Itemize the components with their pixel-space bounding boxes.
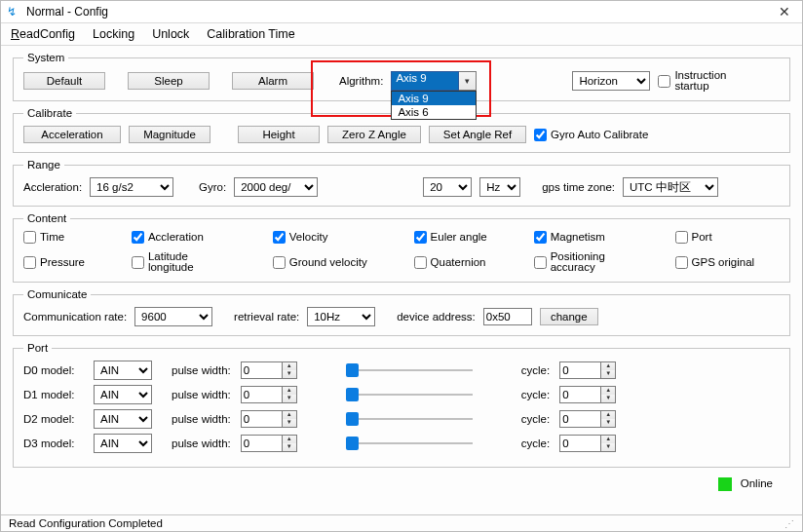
d0-model-select[interactable]: AIN [94, 361, 152, 380]
port-fieldset: Port D0 model:AINpulse width:▲▼cycle:▲▼D… [13, 342, 790, 468]
content-checkbox-ground-velocity[interactable]: Ground velocity [273, 256, 393, 269]
pulse-slider[interactable] [346, 362, 473, 378]
communication-rate-label: Communication rate: [23, 311, 127, 323]
gyro-select[interactable]: 2000 deg/ [234, 177, 318, 197]
pulse-slider[interactable] [346, 411, 473, 427]
retrieval-rate-label: retrieval rate: [234, 311, 299, 323]
rate-unit-select[interactable]: Hz [479, 177, 520, 197]
content-checkbox-euler-angle[interactable]: Euler angle [414, 231, 513, 244]
magnitude-button[interactable]: Magnitude [129, 126, 210, 143]
device-address-input[interactable] [483, 308, 532, 325]
acceleration-button[interactable]: Acceleration [23, 126, 121, 143]
content-checkbox-positioning-accuracy[interactable]: Positioning accuracy [534, 251, 654, 273]
menu-unlock[interactable]: Unlock [152, 27, 189, 41]
rate-value-select[interactable]: 20 [423, 177, 472, 197]
change-button[interactable]: change [540, 308, 598, 325]
d1-model-select[interactable]: AIN [94, 385, 152, 404]
spinner-down-icon[interactable]: ▼ [283, 419, 296, 427]
alarm-button[interactable]: Alarm [232, 72, 314, 90]
d2-model-select[interactable]: AIN [94, 409, 152, 429]
pulse-width-label: pulse width: [172, 364, 231, 376]
port-legend: Port [23, 342, 52, 354]
spinner-down-icon[interactable]: ▼ [283, 443, 296, 451]
content-checkbox-pressure[interactable]: Pressure [23, 256, 110, 269]
spinner-down-icon[interactable]: ▼ [601, 443, 615, 451]
online-status-row: Online [13, 474, 790, 495]
instruction-startup-checkbox[interactable]: Instruction startup [658, 70, 752, 92]
spinner-down-icon[interactable]: ▼ [601, 370, 615, 378]
port-row-d3: D3 model:AINpulse width:▲▼cycle:▲▼ [23, 434, 780, 453]
statusbar: Read Configuration Completed ⋰ [1, 514, 802, 531]
zero-z-angle-button[interactable]: Zero Z Angle [327, 126, 421, 143]
port-row-d2: D2 model:AINpulse width:▲▼cycle:▲▼ [23, 409, 780, 429]
device-address-label: device address: [397, 311, 476, 323]
d0-cycle-spinner[interactable]: ▲▼ [559, 361, 616, 379]
algrithm-select[interactable]: Axis 9 [391, 71, 459, 91]
chevron-down-icon[interactable]: ▾ [459, 71, 477, 91]
d1-cycle-spinner[interactable]: ▲▼ [559, 386, 616, 403]
d3-pulse-width-spinner[interactable]: ▲▼ [241, 435, 297, 452]
spinner-up-icon[interactable]: ▲ [601, 411, 615, 419]
pulse-width-label: pulse width: [172, 389, 231, 400]
spinner-down-icon[interactable]: ▼ [283, 395, 296, 402]
algrithm-popup: Axis 9 Axis 6 [391, 91, 477, 120]
content-checkbox-time[interactable]: Time [23, 231, 110, 244]
spinner-up-icon[interactable]: ▲ [601, 436, 615, 443]
spinner-up-icon[interactable]: ▲ [283, 411, 296, 419]
port-label: D2 model: [23, 413, 84, 425]
d3-model-select[interactable]: AIN [94, 434, 152, 453]
menu-calibration-time[interactable]: Calibration Time [207, 27, 294, 41]
d2-pulse-width-spinner[interactable]: ▲▼ [241, 410, 297, 428]
spinner-up-icon[interactable]: ▲ [601, 362, 615, 370]
set-angle-ref-button[interactable]: Set Angle Ref [429, 126, 526, 143]
algrithm-select-group: Axis 9 ▾ Axis 9 Axis 6 [391, 71, 477, 91]
content-checkbox-quaternion[interactable]: Quaternion [414, 256, 513, 269]
spinner-down-icon[interactable]: ▼ [283, 370, 296, 378]
content-checkbox-magnetism[interactable]: Magnetism [534, 231, 654, 244]
pulse-slider[interactable] [346, 387, 473, 402]
d0-pulse-width-spinner[interactable]: ▲▼ [241, 361, 297, 379]
spinner-down-icon[interactable]: ▼ [601, 419, 615, 427]
d3-cycle-spinner[interactable]: ▲▼ [559, 435, 616, 452]
height-button[interactable]: Height [238, 126, 320, 143]
resize-grip-icon[interactable]: ⋰ [784, 518, 794, 529]
retrieval-rate-select[interactable]: 10Hz [307, 307, 375, 326]
horizon-select[interactable]: Horizon [572, 71, 650, 91]
spinner-up-icon[interactable]: ▲ [283, 387, 296, 395]
communication-rate-select[interactable]: 9600 [134, 307, 212, 326]
spinner-up-icon[interactable]: ▲ [283, 362, 296, 370]
port-row-d0: D0 model:AINpulse width:▲▼cycle:▲▼ [23, 361, 780, 380]
gyro-auto-calibrate-checkbox[interactable]: Gyro Auto Calibrate [534, 129, 648, 141]
gyro-label: Gyro: [199, 181, 226, 193]
content-checkbox-velocity[interactable]: Velocity [273, 231, 393, 244]
window-title: Normal - Config [26, 5, 773, 19]
content-checkbox-gps-original[interactable]: GPS original [675, 256, 780, 269]
online-label: Online [741, 477, 773, 489]
sleep-button[interactable]: Sleep [128, 72, 210, 90]
algrithm-label: Algrithm: [339, 75, 383, 87]
range-legend: Range [23, 159, 64, 171]
menu-locking[interactable]: Locking [93, 27, 134, 41]
default-button[interactable]: Default [23, 72, 105, 90]
gps-tz-select[interactable]: UTC 中时区 [623, 177, 718, 197]
calibrate-legend: Calibrate [23, 107, 76, 119]
algrithm-option-axis9[interactable]: Axis 9 [392, 92, 476, 105]
content-checkbox-accleration[interactable]: Accleration [132, 231, 251, 244]
spinner-up-icon[interactable]: ▲ [283, 436, 296, 443]
spinner-up-icon[interactable]: ▲ [601, 387, 615, 395]
cycle-label: cycle: [521, 437, 550, 449]
menu-readconfig[interactable]: ReadConfig [11, 27, 75, 41]
algrithm-option-axis6[interactable]: Axis 6 [392, 105, 476, 119]
spinner-down-icon[interactable]: ▼ [601, 395, 615, 402]
content-checkbox-port[interactable]: Port [675, 231, 780, 244]
port-row-d1: D1 model:AINpulse width:▲▼cycle:▲▼ [23, 385, 780, 404]
cycle-label: cycle: [521, 364, 550, 376]
pulse-slider[interactable] [346, 436, 473, 451]
comunicate-legend: Comunicate [23, 288, 91, 300]
d1-pulse-width-spinner[interactable]: ▲▼ [241, 386, 297, 403]
d2-cycle-spinner[interactable]: ▲▼ [559, 410, 616, 428]
accleration-label: Accleration: [23, 181, 82, 193]
accleration-select[interactable]: 16 g/s2 [90, 177, 173, 197]
close-icon[interactable]: ✕ [773, 4, 796, 19]
content-checkbox-latitude-longitude[interactable]: Latitude longitude [132, 251, 251, 273]
